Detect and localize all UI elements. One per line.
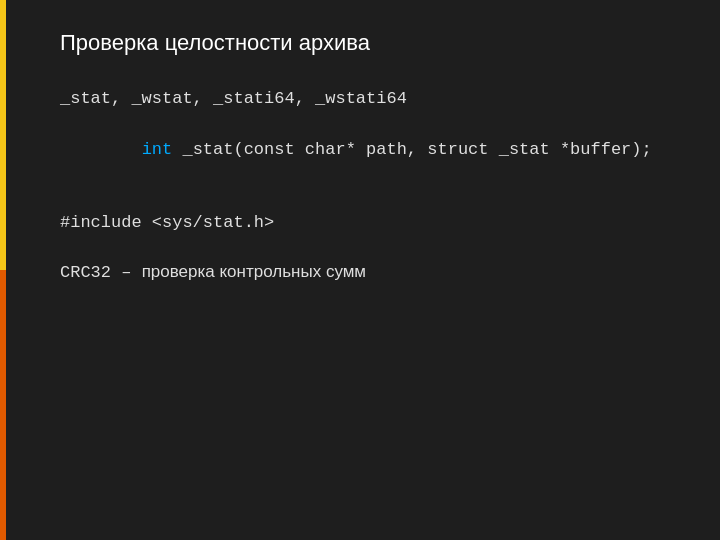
include-block: #include <sys/stat.h> <box>60 213 690 232</box>
crc-separator: – <box>111 263 142 282</box>
stat-line2-rest: _stat(const char* path, struct _stat *bu… <box>172 140 651 159</box>
int-keyword: int <box>142 140 173 159</box>
crc-description: проверка контрольных сумм <box>142 262 366 281</box>
slide-title: Проверка целостности архива <box>60 30 690 56</box>
slide-content: Проверка целостности архива _stat, _wsta… <box>30 0 720 540</box>
include-line: #include <sys/stat.h> <box>60 213 690 232</box>
crc-label: CRC32 <box>60 263 111 282</box>
stat-functions-block: _stat, _wstat, _stati64, _wstati64 int _… <box>60 86 690 188</box>
crc-block: CRC32 – проверка контрольных сумм <box>60 262 690 282</box>
accent-top <box>0 0 6 270</box>
accent-bottom <box>0 270 6 540</box>
stat-line1: _stat, _wstat, _stati64, _wstati64 <box>60 86 690 112</box>
slide: Проверка целостности архива _stat, _wsta… <box>0 0 720 540</box>
left-accent-bar <box>0 0 6 540</box>
stat-line2: int _stat(const char* path, struct _stat… <box>60 112 690 189</box>
